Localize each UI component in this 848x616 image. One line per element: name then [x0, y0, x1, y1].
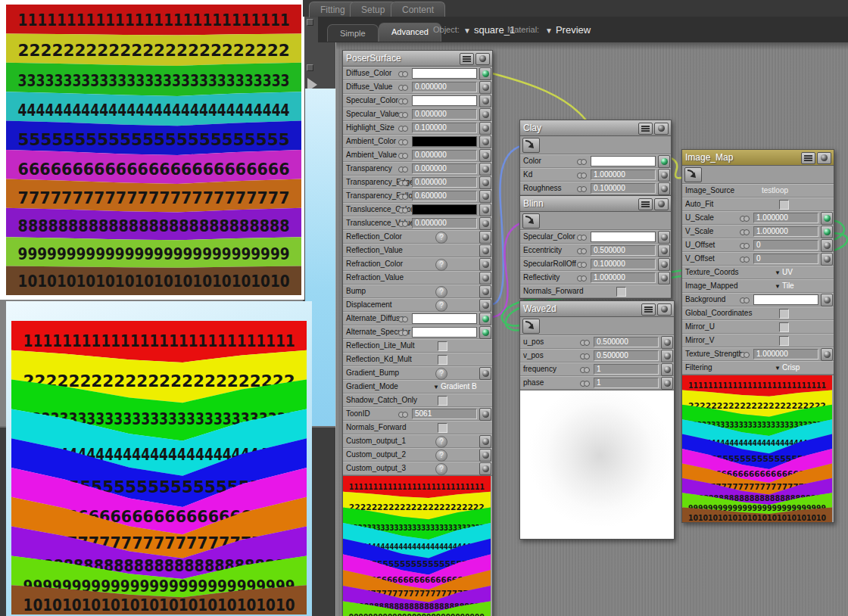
material-select[interactable]: ▼Preview	[545, 24, 591, 36]
dropdown-select[interactable]: ▼Crisp	[775, 362, 800, 373]
color-swatch[interactable]	[412, 136, 477, 147]
input-plug-icon[interactable]	[821, 239, 833, 252]
input-plug-icon[interactable]	[821, 348, 833, 361]
node-wave2d[interactable]: Wave2du_pos0.500000v_pos0.500000frequenc…	[519, 300, 675, 540]
input-plug-icon[interactable]	[479, 217, 491, 230]
checkbox[interactable]	[779, 309, 789, 319]
input-plug-icon[interactable]	[479, 231, 491, 244]
param-value[interactable]: 1.000000	[753, 349, 818, 359]
input-plug-icon[interactable]	[479, 135, 491, 148]
input-plug-icon[interactable]	[479, 258, 491, 271]
tab-simple[interactable]: Simple	[327, 24, 379, 42]
input-plug-icon[interactable]	[479, 176, 491, 189]
input-plug-icon[interactable]	[479, 244, 491, 257]
node-header[interactable]: Wave2d	[520, 301, 674, 317]
input-plug-icon[interactable]	[479, 149, 491, 162]
tab-setup[interactable]: Setup	[350, 2, 396, 17]
list-icon[interactable]	[638, 123, 653, 135]
input-plug-icon[interactable]	[479, 367, 491, 380]
list-icon[interactable]	[801, 152, 815, 164]
param-value[interactable]: 1.000000	[591, 170, 656, 180]
param-value[interactable]: 0.500000	[594, 337, 659, 347]
input-plug-icon[interactable]	[658, 244, 670, 257]
input-plug-icon[interactable]	[479, 204, 491, 216]
param-value[interactable]: 1.000000	[753, 226, 818, 237]
connect-question-icon[interactable]: ?	[435, 259, 447, 271]
color-swatch[interactable]	[412, 204, 477, 215]
node-image-map[interactable]: Image_MapImage_SourcetestloopAuto_FitU_S…	[681, 149, 834, 523]
input-plug-icon[interactable]	[479, 190, 491, 203]
connect-question-icon[interactable]: ?	[435, 286, 447, 298]
param-value[interactable]: 1	[594, 378, 659, 388]
node-header[interactable]: Blinn	[520, 196, 671, 212]
connect-question-icon[interactable]: ?	[435, 436, 447, 448]
checkbox[interactable]	[438, 355, 447, 365]
output-plug-icon[interactable]	[684, 167, 702, 182]
dropdown-select[interactable]: ▼UV	[775, 267, 793, 278]
param-value[interactable]: 0.000000	[412, 163, 477, 174]
color-swatch[interactable]	[753, 294, 818, 305]
connect-question-icon[interactable]: ?	[435, 232, 447, 244]
preview-icon[interactable]	[475, 53, 490, 65]
input-plug-icon[interactable]	[661, 350, 673, 362]
param-value[interactable]: 0.100000	[591, 259, 656, 269]
dock-button-top[interactable]	[307, 19, 313, 26]
preview-icon[interactable]	[817, 152, 831, 164]
checkbox[interactable]	[779, 322, 789, 332]
param-value[interactable]: 0	[753, 240, 818, 250]
color-swatch[interactable]	[412, 68, 477, 79]
input-plug-icon[interactable]	[479, 435, 491, 448]
node-blinn[interactable]: BlinnSpecular_ColorEccentricity0.500000S…	[519, 195, 672, 299]
checkbox[interactable]	[438, 396, 447, 406]
connect-question-icon[interactable]: ?	[435, 300, 447, 312]
node-header[interactable]: PoserSurface	[343, 51, 492, 67]
param-value[interactable]: 0.500000	[594, 350, 659, 361]
param-value[interactable]: 0	[753, 254, 818, 264]
input-plug-icon[interactable]	[661, 336, 673, 349]
input-plug-icon[interactable]	[658, 231, 670, 244]
tab-content[interactable]: Content	[391, 2, 445, 17]
param-text-value[interactable]: testloop	[762, 185, 788, 196]
input-plug-icon[interactable]	[479, 462, 491, 475]
param-value[interactable]: 0.100000	[412, 123, 477, 133]
dropdown-select[interactable]: ▼Tile	[775, 281, 794, 291]
param-value[interactable]: 0.000000	[412, 218, 477, 229]
preview-icon[interactable]	[654, 198, 669, 210]
input-plug-icon[interactable]	[821, 253, 833, 266]
checkbox[interactable]	[779, 200, 789, 210]
preview-icon[interactable]	[657, 303, 672, 316]
checkbox[interactable]	[438, 341, 447, 351]
input-plug-icon[interactable]	[821, 294, 833, 306]
input-plug-icon[interactable]	[479, 313, 491, 325]
param-value[interactable]: 0.500000	[591, 245, 656, 256]
input-plug-icon[interactable]	[479, 163, 491, 176]
node-clay[interactable]: ClayColorKd1.000000Roughness0.100000	[519, 120, 672, 196]
dock-button-mid[interactable]	[307, 64, 313, 71]
node-posersurface[interactable]: PoserSurfaceDiffuse_ColorDiffuse_Value0.…	[342, 50, 493, 616]
node-header[interactable]: Clay	[520, 120, 671, 136]
param-value[interactable]: 0.000000	[412, 109, 477, 120]
output-plug-icon[interactable]	[522, 213, 540, 229]
input-plug-icon[interactable]	[821, 212, 833, 225]
connect-question-icon[interactable]: ?	[435, 450, 447, 462]
input-plug-icon[interactable]	[658, 169, 670, 182]
output-plug-icon[interactable]	[522, 138, 540, 153]
connect-question-icon[interactable]: ?	[435, 463, 447, 475]
tab-advanced[interactable]: Advanced	[379, 23, 441, 42]
param-value[interactable]: 0.000000	[412, 82, 477, 92]
input-plug-icon[interactable]	[661, 377, 673, 390]
input-plug-icon[interactable]	[479, 326, 491, 339]
input-plug-icon[interactable]	[821, 226, 833, 238]
param-value[interactable]: 5061	[412, 409, 477, 419]
checkbox[interactable]	[779, 336, 789, 346]
input-plug-icon[interactable]	[479, 408, 491, 421]
list-icon[interactable]	[638, 198, 653, 210]
node-header[interactable]: Image_Map	[682, 150, 834, 166]
input-plug-icon[interactable]	[479, 67, 491, 80]
input-plug-icon[interactable]	[479, 81, 491, 94]
list-icon[interactable]	[641, 303, 656, 316]
param-value[interactable]: 1.000000	[591, 272, 656, 283]
input-plug-icon[interactable]	[658, 258, 670, 271]
checkbox[interactable]	[438, 423, 447, 433]
input-plug-icon[interactable]	[661, 363, 673, 376]
